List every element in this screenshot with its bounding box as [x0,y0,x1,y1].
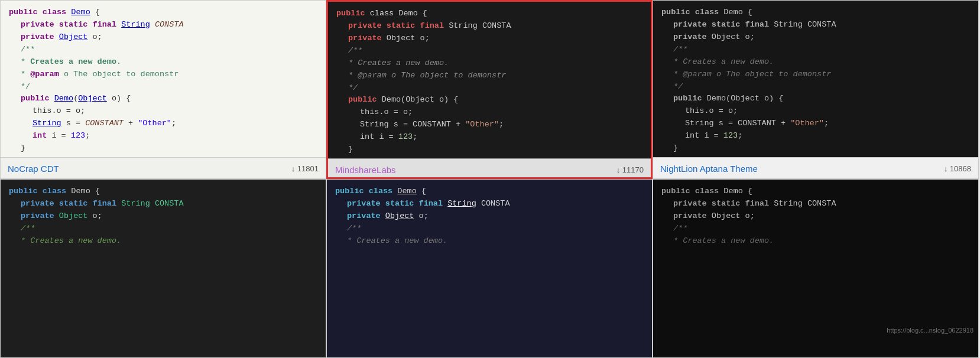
theme-card-dark4[interactable]: public class Demo { private static final… [0,179,326,358]
theme-footer-mindshare: MindshareLabs ↓ 11170 [328,158,651,179]
code-preview-dark4: public class Demo { private static final… [1,180,326,336]
theme-card-dark5[interactable]: public class Demo { private static final… [326,179,653,358]
theme-card-nocrap[interactable]: public class Demo { private static final… [0,0,326,179]
theme-name-nightlion: NightLion Aptana Theme [660,164,758,174]
theme-footer-dark5 [327,336,652,358]
download-count-mindshare: ↓ 11170 [616,165,644,174]
code-preview-nocrap: public class Demo { private static final… [1,1,326,157]
theme-name-mindshare: MindshareLabs [335,165,396,175]
code-preview-dark6: public class Demo { private static final… [653,180,978,336]
theme-name-nocrap: NoCrap CDT [8,164,59,174]
theme-card-nightlion[interactable]: public class Demo { private static final… [653,0,979,179]
code-preview-nightlion: public class Demo { private static final… [653,1,978,157]
theme-card-dark6[interactable]: public class Demo { private static final… [653,179,979,358]
code-preview-dark5: public class Demo { private static final… [327,180,652,336]
watermark-text: https://blog.c...nslog_0622918 [887,327,973,334]
download-count-nightlion: ↓ 10868 [944,164,971,173]
download-count-nocrap: ↓ 11801 [291,164,319,173]
theme-footer-nocrap: NoCrap CDT ↓ 11801 [1,157,326,179]
theme-footer-dark6 [653,336,978,358]
theme-footer-dark4 [1,336,326,358]
code-preview-mindshare: public class Demo { private static final… [328,2,651,158]
theme-card-mindshare[interactable]: public class Demo { private static final… [326,0,653,179]
theme-footer-nightlion: NightLion Aptana Theme ↓ 10868 [653,157,978,179]
